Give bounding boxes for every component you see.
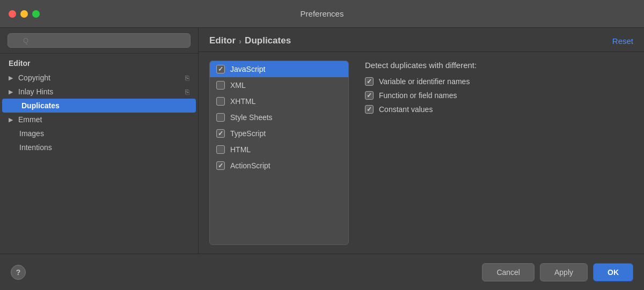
lang-label: JavaScript [230,65,265,73]
function-names-checkbox[interactable]: ✓ [365,91,374,100]
sidebar-item-inlay-hints[interactable]: ▶ Inlay Hints ⎘ [0,85,198,99]
lang-item-actionscript[interactable]: ✓ ActionScript [210,158,348,174]
sidebar-item-label: Inlay Hints [18,87,53,96]
variable-names-checkbox[interactable]: ✓ [365,77,374,86]
option-variable-names[interactable]: ✓ Variable or identifier names [365,77,633,86]
typescript-checkbox[interactable]: ✓ [216,129,225,138]
stylesheets-checkbox[interactable] [216,113,225,122]
ok-button[interactable]: OK [593,263,633,281]
lang-label: XML [230,81,246,90]
search-wrapper: 🔍 [8,33,191,48]
right-body: ✓ JavaScript XML XHTML Style Sheets ✓ [199,52,644,254]
search-input[interactable] [8,33,191,48]
sidebar-item-label: Duplicates [21,101,60,110]
cancel-button[interactable]: Cancel [482,263,535,281]
sidebar-item-emmet[interactable]: ▶ Emmet [0,113,198,127]
minimize-button[interactable] [20,10,28,18]
lang-label: HTML [230,145,251,154]
search-bar-container: 🔍 [0,28,198,54]
lang-item-xml[interactable]: XML [210,77,348,93]
reset-button[interactable]: Reset [612,36,633,46]
sidebar-item-intentions[interactable]: Intentions [0,140,198,154]
constant-values-checkbox[interactable]: ✓ [365,105,374,114]
lang-label: XHTML [230,97,255,106]
help-button[interactable]: ? [11,265,26,280]
lang-item-typescript[interactable]: ✓ TypeScript [210,125,348,142]
maximize-button[interactable] [32,10,40,18]
main-content: 🔍 Editor ▶ Copyright ⎘ ▶ Inlay Hints ⎘ D… [0,28,644,254]
breadcrumb-parent: Editor [209,35,236,46]
xml-checkbox[interactable] [216,81,225,90]
right-panel: Editor › Duplicates Reset ✓ JavaScript X… [199,28,644,254]
footer-right: Cancel Apply OK [482,263,633,281]
footer: ? Cancel Apply OK [0,254,644,290]
sidebar: 🔍 Editor ▶ Copyright ⎘ ▶ Inlay Hints ⎘ D… [0,28,199,254]
sidebar-item-label: Copyright [18,73,50,82]
option-label: Function or field names [379,91,457,100]
copy-icon: ⎘ [185,88,189,96]
lang-label: ActionScript [230,161,270,170]
options-title: Detect duplicates with different: [365,61,633,70]
lang-label: Style Sheets [230,113,273,122]
sidebar-item-images[interactable]: Images [0,127,198,140]
option-label: Variable or identifier names [379,77,470,86]
html-checkbox[interactable] [216,145,225,154]
sidebar-item-duplicates[interactable]: Duplicates [2,99,196,113]
sidebar-item-label: Emmet [18,115,42,124]
lang-item-xhtml[interactable]: XHTML [210,93,348,109]
window-title: Preferences [301,9,344,18]
sidebar-section-label: Editor [0,54,198,71]
close-button[interactable] [9,10,16,18]
language-list: ✓ JavaScript XML XHTML Style Sheets ✓ [209,61,349,245]
right-panel-header: Editor › Duplicates Reset [199,28,644,52]
lang-item-html[interactable]: HTML [210,142,348,158]
expand-arrow-icon: ▶ [9,75,16,81]
window-controls [9,10,40,18]
footer-left: ? [11,265,26,280]
lang-item-javascript[interactable]: ✓ JavaScript [210,61,348,77]
apply-button[interactable]: Apply [540,263,588,281]
option-function-names[interactable]: ✓ Function or field names [365,91,633,100]
expand-arrow-icon: ▶ [9,88,16,95]
expand-arrow-icon: ▶ [9,116,16,123]
copy-icon: ⎘ [185,74,189,82]
lang-item-style-sheets[interactable]: Style Sheets [210,109,348,125]
title-bar: Preferences [0,0,644,28]
options-panel: Detect duplicates with different: ✓ Vari… [365,61,633,245]
javascript-checkbox[interactable]: ✓ [216,65,225,73]
sidebar-item-label: Images [19,129,44,138]
option-label: Constant values [379,105,433,114]
breadcrumb-separator: › [239,36,241,46]
sidebar-item-copyright[interactable]: ▶ Copyright ⎘ [0,71,198,85]
actionscript-checkbox[interactable]: ✓ [216,161,225,170]
breadcrumb-current: Duplicates [245,35,291,46]
sidebar-item-label: Intentions [19,143,52,152]
lang-label: TypeScript [230,129,266,138]
xhtml-checkbox[interactable] [216,97,225,106]
option-constant-values[interactable]: ✓ Constant values [365,105,633,114]
breadcrumb: Editor › Duplicates [209,35,291,46]
